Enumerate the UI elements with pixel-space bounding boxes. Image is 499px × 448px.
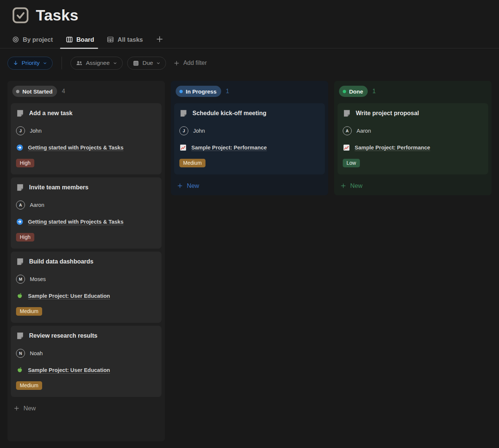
status-pill[interactable]: Done [339, 86, 368, 97]
assignee-name: John [30, 128, 41, 134]
page-icon [16, 258, 24, 266]
chevron-down-icon [113, 61, 117, 66]
status-dot-icon [179, 90, 183, 93]
new-task-button[interactable]: New [11, 403, 161, 413]
status-pill[interactable]: In Progress [176, 86, 221, 97]
project-link[interactable]: Sample Project: Performance [191, 145, 267, 151]
task-title: Write project proposal [356, 110, 419, 117]
task-card-write-project-proposal[interactable]: Write project proposal A Aaron Sample Pr… [338, 103, 488, 174]
new-label: New [187, 182, 199, 189]
task-card-review-research-results[interactable]: Review research results N Noah Sample Pr… [11, 326, 161, 397]
new-task-button[interactable]: New [338, 181, 488, 191]
tab-label: By project [23, 36, 53, 43]
plus-icon [13, 405, 20, 411]
project-link[interactable]: Sample Project: User Education [28, 367, 110, 373]
assignee-name: John [193, 128, 205, 134]
task-card-schedule-kick-off-meeting[interactable]: Schedule kick-off meeting J John Sample … [174, 103, 325, 174]
column-done: Done 1 Write project proposal A Aaron Sa… [334, 81, 492, 195]
priority-tag: Medium [16, 381, 42, 390]
assignee-name: Noah [30, 350, 43, 356]
new-label: New [23, 405, 36, 412]
chevron-down-icon [156, 61, 161, 66]
board-icon [66, 36, 73, 43]
task-title: Add a new task [29, 110, 72, 117]
filter-assignee-button[interactable]: Assignee [70, 57, 123, 70]
page-icon [16, 109, 24, 117]
project-link[interactable]: Sample Project: Performance [355, 145, 430, 151]
avatar: A [343, 126, 352, 135]
column-count: 1 [373, 88, 376, 95]
priority-tag: High [16, 159, 34, 167]
column-count: 1 [226, 88, 229, 95]
tasks-checkbox-icon[interactable] [12, 7, 29, 23]
priority-tag: Low [343, 159, 360, 167]
status-dot-icon [16, 90, 19, 93]
task-card-build-data-dashboards[interactable]: Build data dashboards M Moses Sample Pro… [11, 252, 161, 323]
arrow-icon [16, 144, 23, 151]
avatar: A [16, 201, 25, 209]
column-header: Done 1 [338, 85, 488, 97]
page-icon [179, 109, 188, 117]
tab-label: Board [76, 36, 94, 43]
priority-tag: Medium [179, 159, 205, 167]
project-link[interactable]: Sample Project: User Education [28, 293, 110, 299]
page-icon [343, 109, 351, 117]
task-card-invite-team-members[interactable]: Invite team members A Aaron Getting star… [11, 177, 161, 249]
people-icon [76, 60, 83, 67]
column-header: Not Started 4 [11, 85, 161, 97]
view-tabs: By project Board All tasks [0, 31, 499, 48]
add-filter-label: Add filter [183, 60, 207, 66]
task-title: Invite team members [29, 184, 88, 191]
task-title: Review research results [29, 332, 97, 339]
apple-icon [16, 366, 23, 374]
assignee-name: Aaron [30, 202, 44, 208]
column-count: 4 [62, 88, 65, 95]
due-filter-label: Due [142, 60, 153, 66]
project-link[interactable]: Getting started with Projects & Tasks [28, 145, 123, 151]
filter-due-button[interactable]: Due [127, 57, 166, 70]
card-list: Schedule kick-off meeting J John Sample … [174, 103, 325, 174]
avatar: N [16, 349, 25, 358]
tab-all-tasks[interactable]: All tasks [107, 36, 143, 48]
sort-priority-button[interactable]: Priority [7, 57, 53, 70]
avatar: J [179, 126, 188, 135]
new-label: New [350, 182, 363, 189]
new-task-button[interactable]: New [174, 181, 325, 191]
divider [62, 57, 62, 69]
card-list: Write project proposal A Aaron Sample Pr… [338, 103, 488, 174]
status-label: Done [349, 88, 363, 95]
tab-by-project[interactable]: By project [12, 36, 53, 48]
page-header: Tasks [0, 0, 499, 25]
status-pill[interactable]: Not Started [12, 86, 57, 97]
chart-icon [179, 144, 187, 151]
plus-icon [177, 183, 183, 189]
sort-label: Priority [22, 60, 40, 66]
arrow-icon [16, 218, 23, 225]
chart-icon [343, 144, 350, 151]
add-view-button[interactable] [156, 35, 164, 48]
priority-tag: Medium [16, 307, 42, 316]
apple-icon [16, 292, 23, 300]
project-link[interactable]: Getting started with Projects & Tasks [28, 219, 123, 225]
column-not-started: Not Started 4 Add a new task J John Gett… [7, 81, 165, 441]
page-icon [16, 183, 24, 192]
assignee-name: Aaron [357, 128, 371, 134]
plus-icon [156, 35, 164, 43]
tab-board[interactable]: Board [66, 36, 94, 48]
kanban-board: Not Started 4 Add a new task J John Gett… [7, 81, 499, 441]
column-in-progress: In Progress 1 Schedule kick-off meeting … [171, 81, 328, 195]
page-title: Tasks [36, 7, 78, 24]
calendar-icon [132, 60, 139, 67]
status-label: In Progress [186, 88, 217, 95]
filter-bar: Priority Assignee Due Add filter [7, 56, 499, 70]
task-title: Schedule kick-off meeting [192, 110, 266, 117]
task-card-add-a-new-task[interactable]: Add a new task J John Getting started wi… [11, 103, 161, 174]
assignee-name: Moses [30, 276, 46, 282]
column-header: In Progress 1 [174, 85, 325, 97]
card-list: Add a new task J John Getting started wi… [11, 103, 161, 397]
assignee-filter-label: Assignee [86, 60, 110, 66]
avatar: J [16, 126, 25, 135]
plus-icon [173, 60, 180, 66]
arrow-down-icon [13, 60, 19, 66]
add-filter-button[interactable]: Add filter [173, 60, 207, 66]
